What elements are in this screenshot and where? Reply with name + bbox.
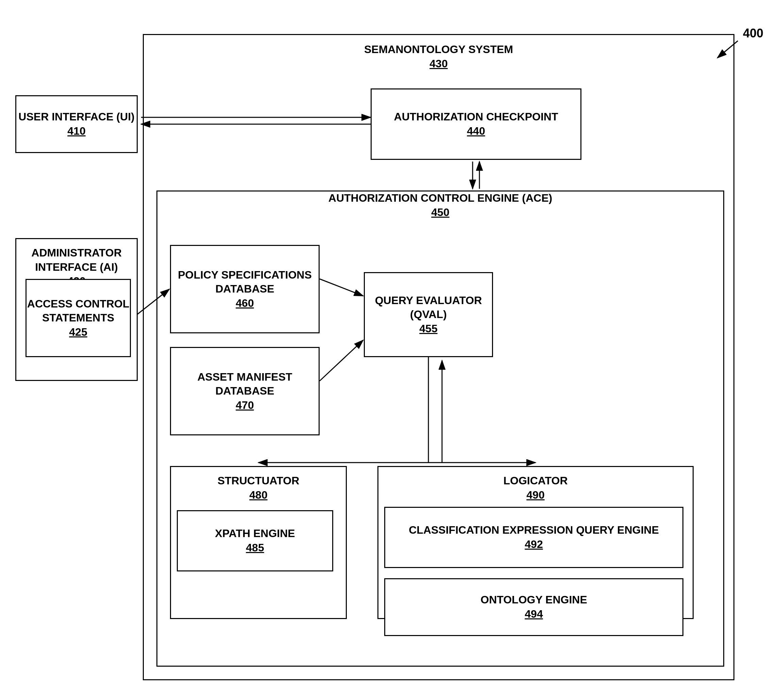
asset-db-box: ASSET MANIFEST DATABASE 470: [170, 347, 319, 435]
policy-db-ref: 460: [236, 297, 254, 309]
semanontology-label: SEMANONTOLOGY SYSTEM 430: [143, 43, 734, 71]
ontology-ref: 494: [525, 608, 543, 620]
asset-db-ref: 470: [236, 399, 254, 411]
ui-box: USER INTERFACE (UI) 410: [15, 95, 138, 153]
acs-box: ACCESS CONTROL STATEMENTS 425: [25, 279, 131, 357]
ui-ref: 410: [67, 125, 85, 137]
ceqe-box: CLASSIFICATION EXPRESSION QUERY ENGINE 4…: [384, 507, 684, 568]
acs-ref: 425: [69, 326, 87, 338]
ace-ref: 450: [431, 206, 449, 218]
auth-checkpoint-title: AUTHORIZATION CHECKPOINT: [394, 110, 558, 123]
ontology-title: ONTOLOGY ENGINE: [481, 593, 587, 606]
semanontology-title: SEMANONTOLOGY SYSTEM: [364, 43, 513, 55]
xpath-box: XPATH ENGINE 485: [177, 510, 333, 572]
auth-checkpoint-box: AUTHORIZATION CHECKPOINT 440: [371, 88, 581, 160]
qval-ref: 455: [419, 322, 437, 335]
asset-db-title: ASSET MANIFEST DATABASE: [197, 371, 292, 397]
semanontology-ref: 430: [429, 57, 447, 70]
qval-title: QUERY EVALUATOR (QVAL): [375, 294, 482, 321]
svg-text:400: 400: [743, 26, 763, 40]
acs-title: ACCESS CONTROL STATEMENTS: [27, 298, 129, 324]
auth-checkpoint-ref: 440: [467, 125, 485, 137]
xpath-ref: 485: [246, 542, 264, 554]
ontology-box: ONTOLOGY ENGINE 494: [384, 578, 684, 636]
logicator-title: LOGICATOR: [503, 475, 567, 487]
xpath-title: XPATH ENGINE: [215, 527, 295, 540]
diagram: 400 SEMANONTOLOGY SYSTEM 430 USE: [0, 0, 780, 700]
structuator-ref: 480: [249, 489, 267, 501]
ai-title: ADMINISTRATOR INTERFACE (AI): [31, 247, 121, 273]
ui-title: USER INTERFACE (UI): [18, 110, 134, 123]
qval-box: QUERY EVALUATOR (QVAL) 455: [364, 272, 493, 357]
ceqe-ref: 492: [525, 538, 543, 550]
logicator-ref: 490: [526, 489, 544, 501]
ceqe-title: CLASSIFICATION EXPRESSION QUERY ENGINE: [409, 524, 659, 536]
ace-title: AUTHORIZATION CONTROL ENGINE (ACE): [328, 192, 552, 204]
policy-db-box: POLICY SPECIFICATIONS DATABASE 460: [170, 245, 319, 333]
structuator-title: STRUCTUATOR: [218, 475, 299, 487]
policy-db-title: POLICY SPECIFICATIONS DATABASE: [178, 269, 312, 295]
ace-label: AUTHORIZATION CONTROL ENGINE (ACE) 450: [156, 191, 724, 219]
